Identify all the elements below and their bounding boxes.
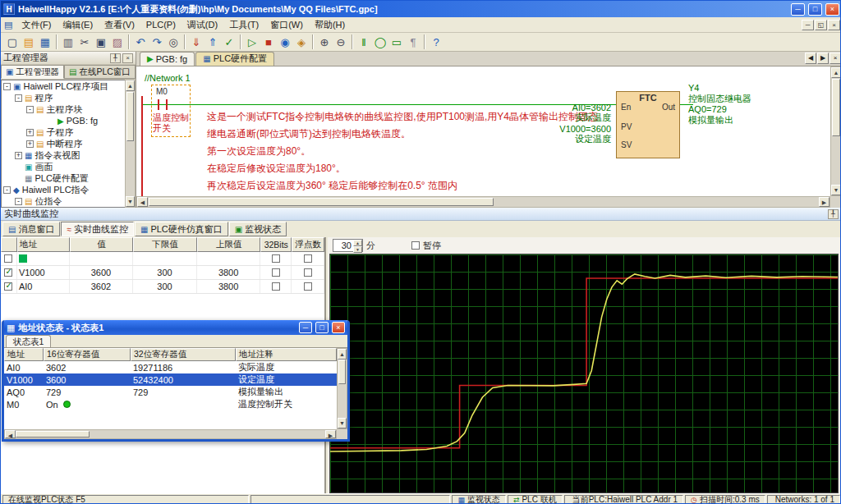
menu-help[interactable]: 帮助(H)	[309, 17, 351, 33]
cut-icon[interactable]: ✂	[76, 34, 93, 50]
child-restore-button[interactable]: ◱	[815, 20, 827, 30]
header-address[interactable]: 地址	[4, 348, 44, 361]
upload-from-plc-icon[interactable]: ⇑	[205, 34, 221, 50]
minimize-button[interactable]: ─	[299, 322, 312, 333]
contact-element-icon[interactable]: ‖	[356, 34, 372, 50]
header-low-limit[interactable]: 下限值	[133, 237, 197, 252]
tree-item-hardware-config[interactable]: ▦ PLC硬件配置	[2, 172, 125, 184]
menu-file[interactable]: 文件(F)	[16, 17, 57, 33]
scrollbar-thumb[interactable]	[832, 79, 840, 136]
watch-high-limit[interactable]	[197, 252, 261, 265]
ftc-function-block[interactable]: FTC En Out PV SV	[616, 91, 680, 158]
tree-item-main-program-block[interactable]: - ▤ 主程序块	[2, 103, 125, 115]
tree-expander-icon[interactable]: +	[26, 129, 34, 136]
undo-icon[interactable]: ↶	[132, 34, 149, 50]
header-address[interactable]: 地址	[17, 237, 70, 252]
redo-icon[interactable]: ↷	[149, 34, 165, 50]
tree-expander-icon[interactable]: -	[15, 198, 22, 205]
tree-item-pgb-fg[interactable]: ▶ PGB: fg	[2, 115, 125, 126]
watch-float-checkbox[interactable]	[304, 254, 312, 263]
scroll-down-icon[interactable]: ▼	[126, 196, 135, 207]
child-minimize-button[interactable]: ─	[802, 20, 814, 30]
tab-pgb-fg[interactable]: ▶PGB: fg	[140, 52, 195, 66]
interval-spinner[interactable]: 30 ▲▼	[333, 239, 363, 252]
tree-expander-icon[interactable]: -	[26, 106, 34, 113]
tab-status-table-1[interactable]: 状态表1	[6, 335, 51, 347]
new-file-icon[interactable]: ▢	[4, 34, 21, 50]
watch-float-checkbox[interactable]	[304, 282, 312, 291]
tab-project-manager[interactable]: ▣工程管理器	[1, 65, 64, 79]
tree-expander-icon[interactable]: -	[3, 83, 11, 90]
scroll-left-icon[interactable]: ◀	[5, 430, 16, 438]
copy-icon[interactable]: ▣	[93, 34, 109, 50]
tree-expander-icon[interactable]: -	[15, 94, 22, 102]
tree-item-programs[interactable]: - ▤ 程序	[2, 92, 125, 103]
watch-row[interactable]	[1, 252, 324, 266]
tree-item-screen[interactable]: ▣ 画面	[2, 161, 125, 172]
contact-bar-right[interactable]	[166, 99, 168, 110]
watch-low-limit[interactable]: 300	[133, 280, 197, 293]
header-value[interactable]: 值	[70, 237, 134, 252]
help-icon[interactable]: ?	[428, 34, 444, 50]
editor-vertical-scrollbar[interactable]: ▲ ▼	[830, 66, 841, 196]
paste-icon[interactable]: ▨	[109, 34, 126, 50]
scroll-down-icon[interactable]: ▼	[831, 185, 841, 195]
tab-online-plc-window[interactable]: ▤在线PLC窗口	[64, 65, 136, 79]
header-address-comment[interactable]: 地址注释	[236, 348, 337, 361]
watch-low-limit[interactable]	[133, 252, 197, 265]
menu-edit[interactable]: 编辑(E)	[57, 17, 99, 33]
scrollbar-thumb[interactable]	[16, 431, 90, 438]
menu-plc[interactable]: PLC(P)	[140, 18, 182, 31]
scrollbar-thumb[interactable]	[338, 360, 346, 384]
spinner-up-icon[interactable]: ▲	[353, 240, 362, 246]
tree-item-interrupt-programs[interactable]: + ▤ 中断程序	[2, 138, 125, 149]
close-button[interactable]: ×	[825, 3, 839, 16]
scroll-down-icon[interactable]: ▼	[338, 418, 347, 428]
spinner-down-icon[interactable]: ▼	[353, 246, 362, 253]
watch-32bit-checkbox[interactable]	[272, 268, 280, 277]
project-tree-scrollbar[interactable]: ▲ ▼	[125, 80, 136, 208]
comment-icon[interactable]: ¶	[405, 34, 421, 50]
header-32bit-value[interactable]: 32位寄存器值	[131, 348, 236, 361]
watch-enable-checkbox[interactable]	[4, 254, 12, 263]
tree-expander-icon[interactable]: -	[3, 186, 11, 194]
tree-item-bit-instructions[interactable]: - ▤ 位指令	[2, 195, 125, 207]
status-horizontal-scrollbar[interactable]: ◀ ▶	[4, 429, 337, 439]
minimize-button[interactable]: ─	[791, 3, 805, 16]
close-button[interactable]: ×	[332, 322, 345, 333]
child-close-button[interactable]: ×	[828, 20, 840, 30]
maximize-button[interactable]: □	[315, 322, 329, 333]
find-icon[interactable]: ◎	[165, 34, 182, 50]
tab-plc-sim-window[interactable]: ▦PLC硬件仿真窗口	[135, 222, 228, 236]
watch-row[interactable]: V1000 3600 300 3800	[1, 266, 324, 280]
tree-expander-icon[interactable]	[15, 175, 22, 182]
editor-horizontal-scrollbar[interactable]: ◀ ▶	[136, 196, 830, 208]
watch-32bit-checkbox[interactable]	[272, 282, 280, 291]
tab-scroll-right-icon[interactable]: ▶	[817, 53, 829, 64]
menu-window[interactable]: 窗口(W)	[264, 17, 309, 33]
online-monitor-icon[interactable]: ◉	[277, 34, 293, 50]
scrollbar-thumb[interactable]	[126, 92, 134, 141]
download-to-plc-icon[interactable]: ⇓	[188, 34, 205, 50]
watch-float-checkbox[interactable]	[304, 268, 312, 277]
tree-item-plc-instructions[interactable]: - ◆ Haiwell PLC指令	[2, 184, 125, 195]
compile-icon[interactable]: ✓	[221, 34, 237, 50]
header-float[interactable]: 浮点数	[292, 237, 324, 252]
function-block-icon[interactable]: ▭	[388, 34, 405, 50]
tree-expander-icon[interactable]: +	[26, 140, 34, 148]
pin-icon[interactable]: ╀	[110, 53, 121, 63]
tree-item-subprograms[interactable]: + ▤ 子程序	[2, 126, 125, 138]
stop-plc-icon[interactable]: ■	[260, 34, 277, 50]
zoom-in-icon[interactable]: ⊕	[316, 34, 333, 50]
menu-view[interactable]: 查看(V)	[99, 17, 140, 33]
tree-expander-icon[interactable]: +	[15, 152, 22, 159]
header-high-limit[interactable]: 上限值	[197, 237, 261, 252]
scroll-up-icon[interactable]: ▲	[338, 349, 347, 360]
tree-item-plc-program-project[interactable]: - ▣ Haiwell PLC程序项目	[2, 80, 125, 92]
scrollbar-thumb[interactable]	[149, 198, 494, 206]
scroll-up-icon[interactable]: ▲	[831, 67, 841, 78]
watch-row[interactable]: AI0 3602 300 3800	[1, 280, 324, 294]
watch-low-limit[interactable]: 300	[133, 266, 197, 279]
open-file-icon[interactable]: ▤	[21, 34, 37, 50]
run-plc-icon[interactable]: ▷	[244, 34, 260, 50]
